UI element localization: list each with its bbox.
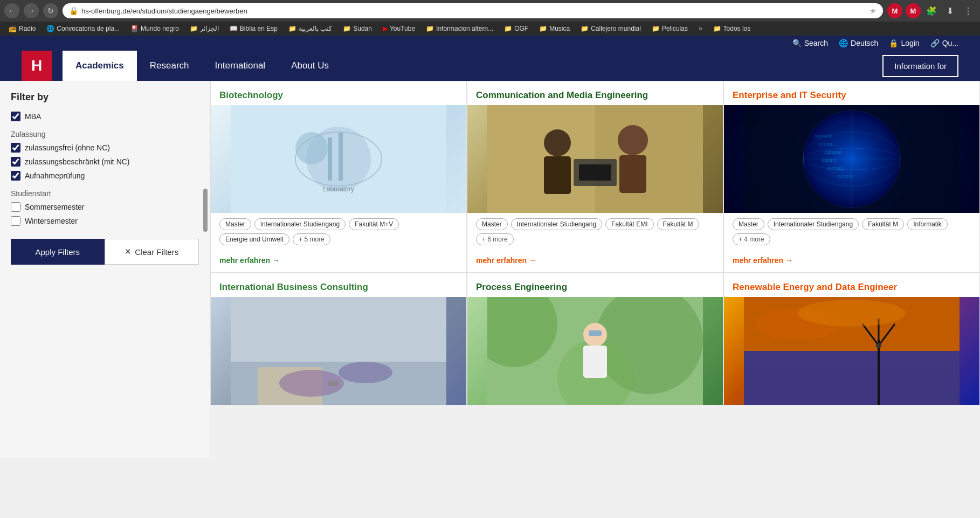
program-title-renewable: Renewable Energy and Data Engineer [724, 273, 979, 297]
todos-icon: 📁 [713, 25, 721, 32]
aufnahme-item[interactable]: Aufnahmeprüfung [11, 171, 199, 181]
wintersemester-item[interactable]: Wintersemester [11, 216, 199, 226]
bookmark-label: Callejero mundial [591, 25, 641, 32]
program-card-it: Enterprise and IT Security [723, 81, 980, 273]
globe-svg: 101001101 0110101 11010010 0101101 11001… [744, 105, 960, 213]
sidebar: Filter by MBA Zulassung zulassungsfrei (… [0, 81, 210, 458]
radio-icon: 📻 [9, 25, 17, 32]
bookmark-todos[interactable]: 📁 Todos los [709, 24, 755, 33]
info-for-button[interactable]: Information for [882, 55, 958, 77]
site-header-top: 🔍 Search 🌐 Deutsch 🔒 Login 🔗 Qu... [0, 36, 980, 51]
studienstart-label: Studienstart [11, 189, 199, 198]
bookmark-label: Radio [19, 25, 36, 32]
bookmark-informacion[interactable]: 📁 Informacion altern... [422, 24, 498, 33]
nav-research[interactable]: Research [137, 51, 202, 81]
bookmark-biblia[interactable]: 📖 Biblia en Esp [225, 24, 282, 33]
program-image-biotech: Laboratory [211, 105, 466, 213]
browser-chrome: ← → ↻ 🔒 hs-offenburg.de/en/studium/studi… [0, 0, 980, 22]
svg-rect-3 [328, 137, 332, 181]
bookmark-musica[interactable]: 📁 Musica [535, 24, 574, 33]
apply-filters-button[interactable]: Apply Filters [11, 239, 105, 265]
bookmark-callejero[interactable]: 📁 Callejero mundial [576, 24, 645, 33]
zulassungsfrei-item[interactable]: zulassungsfrei (ohne NC) [11, 143, 199, 153]
login-button[interactable]: 🔒 Login [889, 39, 919, 47]
bookmark-label: OGF [514, 25, 528, 32]
biblia-icon: 📖 [230, 25, 238, 32]
zulassungsfrei-label: zulassungsfrei (ohne NC) [25, 143, 110, 152]
svg-rect-15 [579, 164, 611, 181]
site-logo[interactable]: H [22, 51, 52, 81]
zulassungsbeschrankt-item[interactable]: zulassungsbeschränkt (mit NC) [11, 157, 199, 167]
aufnahme-label: Aufnahmeprüfung [25, 171, 85, 180]
bookmark-peliculas[interactable]: 📁 Peliculas [647, 24, 692, 33]
zulassungsfrei-checkbox[interactable] [11, 143, 20, 153]
svg-text:0110100: 0110100 [838, 175, 853, 178]
qu-button[interactable]: 🔗 Qu... [930, 39, 958, 47]
back-button[interactable]: ← [4, 3, 19, 18]
address-bar[interactable]: 🔒 hs-offenburg.de/en/studium/studiengaen… [63, 3, 883, 18]
tag-master: Master [219, 218, 251, 230]
bookmark-youtube[interactable]: ▶ YouTube [378, 24, 419, 33]
mba-checkbox-item[interactable]: MBA [11, 112, 199, 121]
refresh-button[interactable]: ↻ [43, 3, 58, 18]
language-button[interactable]: 🌐 Deutsch [839, 39, 878, 47]
wintersemester-checkbox[interactable] [11, 216, 20, 226]
download-button[interactable]: ⬇ [942, 3, 957, 18]
mundo-icon: 🎴 [130, 25, 139, 32]
it-tags: Master Internationaler Studiengang Fakul… [724, 213, 979, 251]
zulassungsbeschrankt-checkbox[interactable] [11, 157, 20, 167]
svg-text:0101101: 0101101 [822, 158, 837, 162]
nav-about[interactable]: About Us [278, 51, 342, 81]
bookmark-convocatoria[interactable]: 🌐 Convocatoria de pla... [42, 24, 124, 33]
nav-academics[interactable]: Academics [63, 51, 137, 81]
mehr-link-it[interactable]: mehr erfahren → [724, 251, 979, 272]
wintersemester-label: Wintersemester [25, 217, 78, 225]
sommersemester-item[interactable]: Sommersemester [11, 202, 199, 212]
program-title-biotech: Biotechnology [211, 81, 466, 105]
bookmark-sudan[interactable]: 📁 Sudan [339, 24, 376, 33]
tag-intl: Internationaler Studiengang [254, 218, 346, 230]
mehr-link-comm[interactable]: mehr erfahren → [467, 251, 723, 272]
bookmark-kutub[interactable]: 📁 كتب بالعربية [284, 24, 336, 33]
sudan-icon: 📁 [343, 25, 351, 32]
profile-icon-2[interactable]: M [906, 3, 921, 18]
mba-checkbox[interactable] [11, 112, 20, 121]
bookmark-algerie[interactable]: 📁 الجزائر [185, 24, 223, 33]
sommersemester-checkbox[interactable] [11, 202, 20, 212]
consulting-svg [231, 297, 446, 405]
svg-text:101001101: 101001101 [814, 134, 833, 138]
forward-button[interactable]: → [24, 3, 39, 18]
bookmark-ogf[interactable]: 📁 OGF [500, 24, 533, 33]
musica-icon: 📁 [539, 25, 547, 32]
clear-filters-button[interactable]: ✕ Clear Filters [105, 239, 199, 265]
tag-master-comm: Master [476, 218, 508, 230]
program-title-consulting: International Business Consulting [211, 273, 466, 297]
program-image-process [467, 297, 723, 405]
bookmark-mundo[interactable]: 🎴 Mundo negro [126, 24, 183, 33]
biotech-image-svg: Laboratory [211, 105, 466, 213]
profile-icon-1[interactable]: M [887, 3, 902, 18]
comm-tags: Master Internationaler Studiengang Fakul… [467, 213, 723, 251]
svg-rect-34 [328, 381, 339, 386]
tag-intl-it: Internationaler Studiengang [768, 218, 859, 230]
menu-button[interactable]: ⋮ [961, 3, 976, 18]
bookmark-label: الجزائر [200, 25, 219, 32]
mehr-link-biotech[interactable]: mehr erfahren → [211, 251, 466, 272]
bookmark-label: Musica [549, 25, 570, 32]
program-title-comm: Communication and Media Engineering [467, 81, 723, 105]
aufnahme-checkbox[interactable] [11, 171, 20, 181]
svg-rect-44 [744, 351, 960, 405]
svg-point-10 [544, 129, 571, 156]
search-icon: 🔍 [792, 39, 802, 47]
program-card-process: Process Engineering [467, 273, 723, 405]
bookmark-more[interactable]: » [694, 24, 707, 33]
bookmark-label: كتب بالعربية [299, 25, 332, 32]
youtube-icon: ▶ [383, 25, 388, 32]
sommersemester-label: Sommersemester [25, 203, 84, 211]
extensions-button[interactable]: 🧩 [924, 3, 939, 18]
tag-more-comm: + 6 more [476, 233, 514, 245]
bookmark-radio[interactable]: 📻 Radio [4, 24, 40, 33]
search-button[interactable]: 🔍 Search [792, 39, 828, 47]
clear-icon: ✕ [125, 247, 132, 257]
nav-international[interactable]: International [202, 51, 279, 81]
